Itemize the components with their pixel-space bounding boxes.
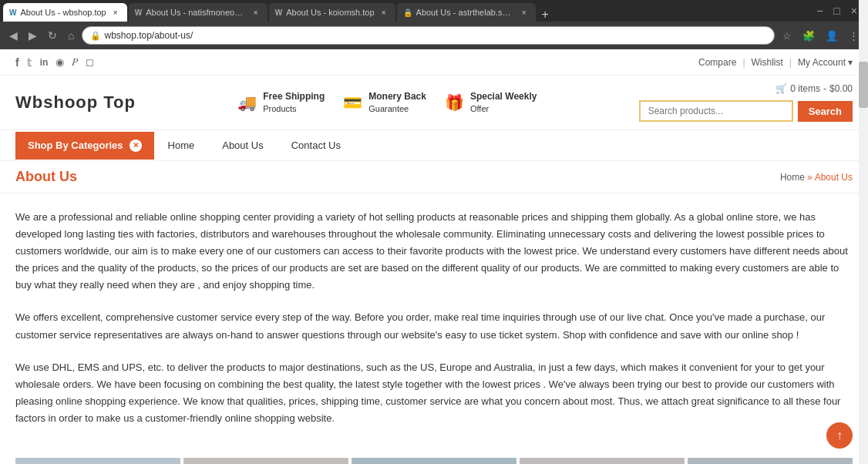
restore-button[interactable]: □	[830, 3, 843, 18]
url-display: wbshop.top/about-us/	[104, 30, 193, 41]
top-bar: f 𝕥 in ◉ 𝑃 ◻ Compare | Wishlist | My Acc…	[0, 49, 868, 76]
browser-tab-4[interactable]: 🔒 About Us - astrthelab.shop ×	[397, 3, 536, 22]
content-paragraph-2: We offers excellent, comprehensive custo…	[15, 309, 853, 343]
instagram-icon[interactable]: ◻	[86, 56, 94, 68]
offer-subtitle: Offer	[470, 103, 537, 115]
address-input[interactable]: 🔒 wbshop.top/about-us/	[82, 26, 775, 45]
linkedin-icon[interactable]: in	[40, 57, 49, 68]
offer-icon: 🎁	[445, 93, 464, 112]
chevron-down-icon: ▾	[848, 57, 853, 68]
tab-title-1: About Us - wbshop.top	[20, 8, 106, 17]
tab-close-1[interactable]: ×	[110, 7, 121, 18]
my-account-dropdown[interactable]: My Account ▾	[798, 57, 853, 68]
home-button[interactable]: ⌂	[65, 28, 77, 43]
shipping-icon: 🚚	[237, 93, 257, 112]
search-button[interactable]: Search	[798, 101, 853, 122]
browser-tab-2[interactable]: W About Us - natisfmoneop.top ×	[129, 3, 267, 22]
cart-total: $0.00	[829, 83, 853, 94]
nav-bar: Shop By Categories ✕ Home About Us Conta…	[0, 129, 868, 161]
nav-links: Home About Us Contact Us	[154, 130, 355, 160]
tab-close-2[interactable]: ×	[251, 7, 261, 18]
cart-icon: 🛒	[775, 83, 787, 94]
forward-button[interactable]: ▶	[25, 28, 40, 43]
tab-favicon-2: W	[135, 8, 142, 17]
cart-area[interactable]: 🛒 0 items - $0.00	[775, 83, 853, 94]
social-icons: f 𝕥 in ◉ 𝑃 ◻	[15, 55, 94, 69]
rss-icon[interactable]: ◉	[56, 56, 64, 68]
breadcrumb-home[interactable]: Home	[780, 172, 805, 183]
tab-favicon-1: W	[9, 8, 16, 17]
content-paragraph-3: We use DHL, EMS and UPS, etc. to deliver…	[15, 359, 853, 427]
twitter-icon[interactable]: 𝕥	[27, 56, 32, 69]
my-account-label: My Account	[798, 57, 846, 68]
cart-items: 0 items	[790, 83, 820, 94]
bookmark-button[interactable]: ☆	[779, 29, 795, 43]
browser-chrome: W About Us - wbshop.top × W About Us - n…	[0, 0, 868, 49]
nav-home[interactable]: Home	[154, 130, 209, 160]
shipping-text: Free Shipping Products	[263, 90, 325, 115]
shop-btn-icon: ✕	[130, 140, 142, 152]
tab-title-4: About Us - astrthelab.shop	[416, 8, 515, 17]
cart-sep: -	[823, 83, 826, 94]
pinterest-icon[interactable]: 𝑃	[72, 55, 78, 69]
offer-title: Special Weekly	[470, 90, 537, 103]
shipping-subtitle: Products	[263, 103, 325, 115]
browser-tab-1[interactable]: W About Us - wbshop.top ×	[3, 3, 127, 22]
nav-contact-us[interactable]: Contact Us	[278, 130, 355, 160]
main-content: We are a professional and reliable onlin…	[0, 193, 868, 450]
tab-title-3: About Us - koiomsh.top	[286, 8, 374, 17]
scrollbar-thumb[interactable]	[859, 62, 868, 108]
header-features: 🚚 Free Shipping Products 💳 Monery Back G…	[237, 90, 537, 115]
scroll-to-top-button[interactable]: ↑	[826, 422, 853, 449]
content-paragraph-1: We are a professional and reliable onlin…	[15, 209, 853, 294]
logo: Wbshoop Top	[15, 92, 136, 113]
site-header: Wbshoop Top 🚚 Free Shipping Products 💳 M…	[0, 76, 868, 129]
bottom-image-3	[352, 458, 516, 464]
extensions-button[interactable]: 🧩	[799, 29, 818, 43]
bottom-image-4	[520, 458, 685, 464]
shipping-title: Free Shipping	[263, 90, 325, 103]
profile-button[interactable]: 👤	[823, 29, 841, 43]
scroll-icon: ↑	[836, 429, 843, 442]
facebook-icon[interactable]: f	[15, 56, 19, 69]
search-input[interactable]	[639, 100, 793, 122]
tab-favicon-3: W	[275, 8, 282, 17]
sep1: |	[742, 57, 745, 68]
offer-text: Special Weekly Offer	[470, 90, 537, 115]
reload-button[interactable]: ↻	[45, 28, 60, 43]
top-links: Compare | Wishlist | My Account ▾	[698, 57, 853, 68]
breadcrumb: Home » About Us	[780, 172, 853, 183]
feature-shipping: 🚚 Free Shipping Products	[237, 90, 325, 115]
website-content: f 𝕥 in ◉ 𝑃 ◻ Compare | Wishlist | My Acc…	[0, 49, 868, 464]
tab-favicon-4: 🔒	[403, 8, 412, 17]
page-title: About Us	[15, 169, 77, 185]
feature-offer: 🎁 Special Weekly Offer	[445, 90, 537, 115]
search-area: Search	[639, 100, 853, 122]
browser-tab-3[interactable]: W About Us - koiomsh.top ×	[269, 3, 395, 22]
tab-close-3[interactable]: ×	[378, 7, 389, 18]
minimize-button[interactable]: −	[813, 3, 826, 18]
bottom-image-5	[688, 458, 853, 464]
guarantee-text: Monery Back Guarantee	[368, 90, 426, 115]
new-tab-button[interactable]: +	[537, 8, 553, 22]
address-bar: ◀ ▶ ↻ ⌂ 🔒 wbshop.top/about-us/ ☆ 🧩 👤 ⋮	[0, 22, 868, 49]
breadcrumb-current: About Us	[815, 172, 853, 183]
feature-guarantee: 💳 Monery Back Guarantee	[343, 90, 426, 115]
guarantee-subtitle: Guarantee	[368, 103, 426, 115]
bottom-image-1	[15, 458, 180, 464]
nav-about-us[interactable]: About Us	[208, 130, 277, 160]
breadcrumb-separator: »	[807, 172, 814, 183]
bottom-images	[0, 458, 868, 464]
breadcrumb-bar: About Us Home » About Us	[0, 161, 868, 193]
bottom-image-2	[183, 458, 348, 464]
tab-close-4[interactable]: ×	[519, 7, 530, 18]
scrollbar[interactable]	[859, 0, 868, 464]
compare-link[interactable]: Compare	[698, 57, 736, 68]
tab-title-2: About Us - natisfmoneop.top	[146, 8, 247, 17]
guarantee-icon: 💳	[343, 93, 362, 112]
guarantee-title: Monery Back	[368, 90, 426, 103]
back-button[interactable]: ◀	[6, 28, 21, 43]
shop-by-categories-button[interactable]: Shop By Categories ✕	[15, 132, 154, 160]
sep2: |	[789, 57, 792, 68]
wishlist-link[interactable]: Wishlist	[752, 57, 783, 68]
